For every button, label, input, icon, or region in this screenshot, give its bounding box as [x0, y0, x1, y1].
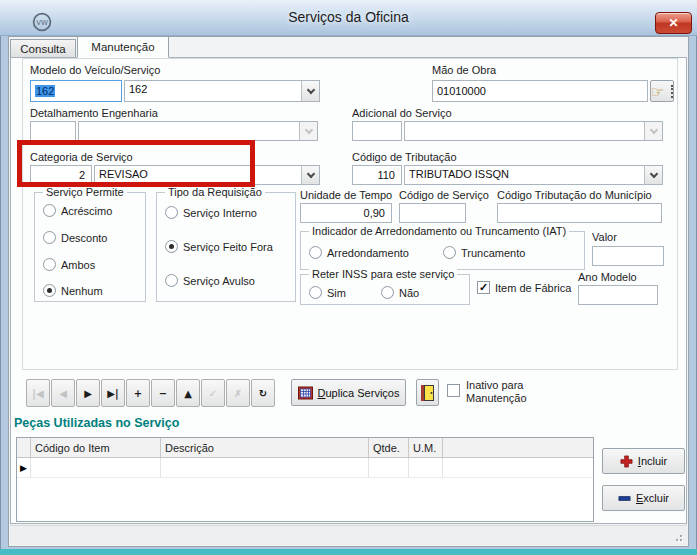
grid-empty-row[interactable]: ▶	[17, 458, 593, 478]
row-indicator-icon: ▶	[20, 463, 27, 473]
radio-selected-icon	[43, 284, 56, 297]
resize-grip[interactable]	[670, 529, 682, 541]
grid-col-um[interactable]: U.M.	[409, 438, 443, 457]
ano-modelo-input[interactable]	[578, 285, 658, 305]
db-navigator: |◀ ◀ ▶ ▶| + − ▲ ✓ ✗ ↻	[26, 379, 276, 407]
tributacao-code-input[interactable]: 110	[352, 165, 402, 185]
nav-insert-button[interactable]: +	[126, 379, 150, 407]
categoria-label: Categoria de Serviço	[30, 151, 133, 163]
valor-label: Valor	[592, 231, 617, 243]
mao-de-obra-lookup-button[interactable]: ☞	[650, 80, 674, 102]
valor-input[interactable]	[592, 246, 664, 266]
checkmark-icon: ✓	[477, 281, 490, 294]
item-fabrica-checkbox[interactable]: ✓ Item de Fábrica	[477, 281, 571, 294]
unidade-tempo-label: Unidade de Tempo	[300, 189, 392, 201]
servicos-da-oficina-window: VW Serviços da Oficina ✕ Consulta Manute…	[0, 0, 697, 555]
unidade-tempo-input[interactable]: 0,90	[300, 203, 392, 223]
codigo-municipio-input[interactable]	[497, 203, 662, 223]
nav-post-button[interactable]: ✓	[201, 379, 225, 407]
radio-sim[interactable]: Sim	[309, 286, 346, 299]
nav-next-button[interactable]: ▶	[76, 379, 100, 407]
nav-last-button[interactable]: ▶|	[101, 379, 125, 407]
close-icon: ✕	[668, 16, 678, 30]
radio-selected-icon	[165, 240, 178, 253]
tipo-requisicao-groupbox: Tipo da Requisição Serviço Interno Servi…	[156, 192, 296, 302]
nav-cancel-button[interactable]: ✗	[226, 379, 250, 407]
radio-icon	[43, 231, 56, 244]
adicional-code-input[interactable]	[352, 121, 402, 141]
exit-door-button[interactable]	[416, 379, 439, 406]
excluir-button[interactable]: Excluir	[602, 485, 685, 511]
chevron-down-icon[interactable]	[301, 81, 319, 101]
nav-delete-button[interactable]: −	[151, 379, 175, 407]
codigo-servico-label: Código de Serviço	[399, 189, 489, 201]
chevron-down-icon	[299, 122, 317, 140]
radio-nenhum[interactable]: Nenhum	[43, 284, 103, 297]
radio-ambos[interactable]: Ambos	[43, 258, 95, 271]
grid-col-codigo[interactable]: Código do Item	[31, 438, 161, 457]
grid-col-descricao[interactable]: Descrição	[161, 438, 369, 457]
nav-edit-button[interactable]: ▲	[176, 379, 200, 407]
radio-icon	[165, 206, 178, 219]
radio-icon	[309, 246, 322, 259]
grid-header-row: Código do Item Descrição Qtde. U.M.	[17, 438, 593, 458]
adicional-label: Adicional do Serviço	[352, 107, 452, 119]
radio-icon	[43, 204, 56, 217]
nav-prior-button[interactable]: ◀	[51, 379, 75, 407]
title-bar[interactable]: VW Serviços da Oficina ✕	[0, 0, 697, 36]
iat-groupbox: Indicador de Arredondamento ou Truncamen…	[300, 231, 585, 270]
modelo-combobox[interactable]: 162	[124, 80, 320, 102]
categoria-combobox[interactable]: REVISAO	[94, 165, 320, 185]
grid-col-qtde[interactable]: Qtde.	[369, 438, 409, 457]
servico-permite-groupbox: Serviço Permite Acréscimo Desconto Ambos…	[34, 192, 146, 302]
checkbox-empty-icon	[447, 384, 460, 397]
radio-servico-feito-fora[interactable]: Serviço Feito Fora	[165, 240, 273, 253]
duplicate-grid-icon	[298, 386, 313, 400]
adicional-combobox	[404, 121, 663, 141]
row-indicator-cell: ▶	[17, 458, 31, 477]
detalhamento-combobox	[78, 121, 318, 141]
tributacao-label: Código de Tributação	[352, 151, 457, 163]
radio-icon	[43, 258, 56, 271]
radio-servico-avulso[interactable]: Serviço Avulso	[165, 274, 255, 287]
hand-pointer-icon: ☞	[651, 84, 664, 99]
window-title: Serviços da Oficina	[0, 9, 697, 25]
tributacao-combobox[interactable]: TRIBUTADO ISSQN	[404, 165, 663, 185]
codigo-municipio-label: Código Tributação do Município	[497, 189, 652, 201]
nav-first-button[interactable]: |◀	[26, 379, 50, 407]
inativo-manutencao-label: Inativo para Manutenção	[466, 379, 546, 405]
blue-minus-icon	[618, 492, 631, 505]
close-button[interactable]: ✕	[655, 12, 692, 34]
door-icon	[420, 384, 435, 402]
tab-consulta[interactable]: Consulta	[10, 39, 76, 57]
radio-truncamento[interactable]: Truncamento	[443, 246, 525, 259]
ano-modelo-label: Ano Modelo	[578, 271, 637, 283]
pecas-grid[interactable]: Código do Item Descrição Qtde. U.M. ▶	[16, 437, 594, 522]
pecas-section-heading: Peças Utilizadas no Serviço	[14, 416, 179, 430]
chevron-down-icon[interactable]	[644, 166, 662, 184]
mao-de-obra-input[interactable]: 01010000	[432, 80, 648, 102]
chevron-down-icon	[644, 122, 662, 140]
grid-col-filler	[443, 438, 593, 457]
detalhamento-label: Detalhamento Engenharia	[30, 107, 158, 119]
bottom-edge-strip	[0, 549, 697, 555]
status-bar	[10, 525, 687, 545]
chevron-down-icon[interactable]	[301, 166, 319, 184]
red-plus-icon	[620, 455, 633, 468]
duplica-servicos-button[interactable]: Duplica Serviços	[291, 379, 406, 406]
radio-desconto[interactable]: Desconto	[43, 231, 107, 244]
grid-indicator-header	[17, 438, 31, 457]
categoria-code-input[interactable]: 2	[30, 165, 92, 185]
radio-nao[interactable]: Não	[381, 286, 419, 299]
incluir-button[interactable]: Incluir	[602, 448, 685, 474]
radio-arredondamento[interactable]: Arredondamento	[309, 246, 409, 259]
detalhamento-code-input[interactable]	[30, 121, 76, 141]
radio-acrescimo[interactable]: Acréscimo	[43, 204, 112, 217]
nav-refresh-button[interactable]: ↻	[251, 379, 275, 407]
radio-servico-interno[interactable]: Serviço Interno	[165, 206, 257, 219]
tab-manutencao[interactable]: Manutenção	[77, 36, 169, 58]
codigo-servico-input[interactable]	[399, 203, 466, 223]
modelo-code-input[interactable]: 162	[30, 80, 122, 102]
inativo-manutencao-checkbox[interactable]	[447, 384, 460, 397]
radio-icon	[309, 286, 322, 299]
